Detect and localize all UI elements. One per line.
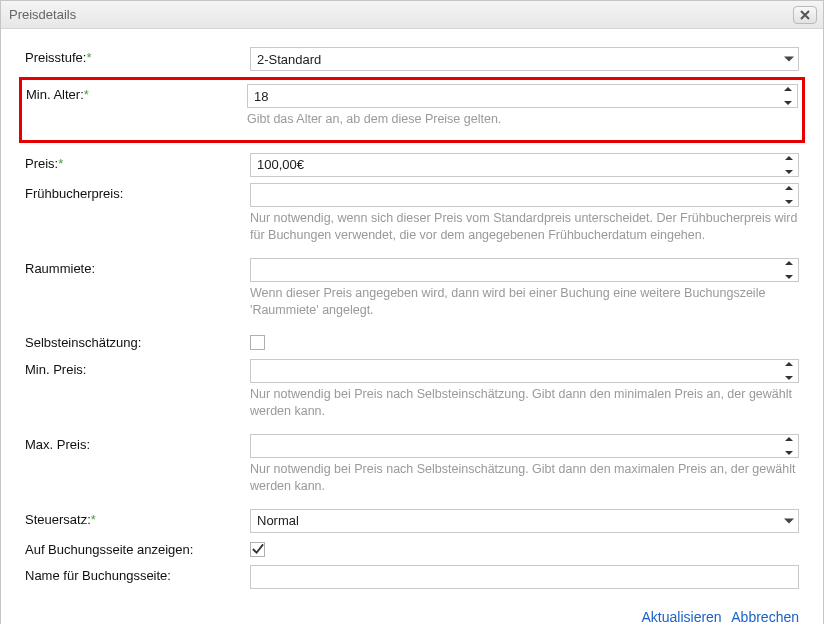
max-preis-spinner[interactable] — [250, 434, 799, 458]
spin-up-icon[interactable] — [784, 87, 792, 91]
check-icon — [251, 542, 264, 556]
preisstufe-select[interactable]: 2-Standard — [250, 47, 799, 71]
row-fruehbucherpreis: Frühbucherpreis: Nur notwendig, wenn sic… — [25, 183, 799, 252]
dialog-footer: Aktualisieren Abbrechen — [1, 605, 823, 624]
update-link[interactable]: Aktualisieren — [642, 609, 722, 624]
row-preis: Preis:* 100,00€ — [25, 153, 799, 177]
spin-up-icon[interactable] — [785, 186, 793, 190]
help-min-preis: Nur notwendig bei Preis nach Selbsteinsc… — [250, 386, 799, 420]
help-fruehbucherpreis: Nur notwendig, wenn sich dieser Preis vo… — [250, 210, 799, 244]
label-max-preis: Max. Preis: — [25, 434, 250, 452]
chevron-down-icon — [784, 57, 794, 62]
row-preisstufe: Preisstufe:* 2-Standard — [25, 47, 799, 71]
row-max-preis: Max. Preis: Nur notwendig bei Preis nach… — [25, 434, 799, 503]
dialog-titlebar: Preisdetails — [1, 1, 823, 29]
spin-down-icon[interactable] — [785, 376, 793, 380]
label-min-alter: Min. Alter:* — [26, 84, 247, 102]
min-alter-spinner[interactable]: 18 — [247, 84, 798, 108]
label-preis: Preis:* — [25, 153, 250, 171]
spin-down-icon[interactable] — [785, 200, 793, 204]
help-min-alter: Gibt das Alter an, ab dem diese Preise g… — [247, 111, 798, 128]
dialog-title: Preisdetails — [9, 7, 76, 22]
name-buchungsseite-input-wrap — [250, 565, 799, 589]
label-selbsteinschaetzung: Selbsteinschätzung: — [25, 332, 250, 350]
spin-down-icon[interactable] — [785, 170, 793, 174]
label-min-preis: Min. Preis: — [25, 359, 250, 377]
row-steuersatz: Steuersatz:* Normal — [25, 509, 799, 533]
raummiete-spinner[interactable] — [250, 258, 799, 282]
spin-up-icon[interactable] — [785, 156, 793, 160]
spin-up-icon[interactable] — [785, 437, 793, 441]
help-raummiete: Wenn dieser Preis angegeben wird, dann w… — [250, 285, 799, 319]
cancel-link[interactable]: Abbrechen — [731, 609, 799, 624]
auf-buchungsseite-checkbox[interactable] — [250, 542, 265, 557]
selbsteinschaetzung-checkbox[interactable] — [250, 335, 265, 350]
label-name-buchungsseite: Name für Buchungsseite: — [25, 565, 250, 583]
help-max-preis: Nur notwendig bei Preis nach Selbsteinsc… — [250, 461, 799, 495]
spin-down-icon[interactable] — [785, 275, 793, 279]
row-selbsteinschaetzung: Selbsteinschätzung: — [25, 332, 799, 353]
spin-up-icon[interactable] — [785, 261, 793, 265]
spin-down-icon[interactable] — [785, 451, 793, 455]
row-auf-buchungsseite: Auf Buchungsseite anzeigen: — [25, 539, 799, 560]
label-steuersatz: Steuersatz:* — [25, 509, 250, 527]
row-min-alter: Min. Alter:* 18 Gibt das Alter an, ab de… — [26, 84, 798, 136]
spin-down-icon[interactable] — [784, 101, 792, 105]
close-button[interactable] — [793, 6, 817, 24]
preis-spinner[interactable]: 100,00€ — [250, 153, 799, 177]
price-details-dialog: Preisdetails Preisstufe:* 2-Standard Min… — [0, 0, 824, 624]
chevron-down-icon — [784, 518, 794, 523]
label-auf-buchungsseite: Auf Buchungsseite anzeigen: — [25, 539, 250, 557]
steuersatz-select[interactable]: Normal — [250, 509, 799, 533]
min-preis-spinner[interactable] — [250, 359, 799, 383]
row-raummiete: Raummiete: Wenn dieser Preis angegeben w… — [25, 258, 799, 327]
row-name-buchungsseite: Name für Buchungsseite: — [25, 565, 799, 589]
dialog-body: Preisstufe:* 2-Standard Min. Alter:* 18 — [1, 29, 823, 605]
label-preisstufe: Preisstufe:* — [25, 47, 250, 65]
name-buchungsseite-input[interactable] — [251, 566, 798, 588]
highlight-min-alter: Min. Alter:* 18 Gibt das Alter an, ab de… — [19, 77, 805, 143]
label-raummiete: Raummiete: — [25, 258, 250, 276]
spin-up-icon[interactable] — [785, 362, 793, 366]
close-icon — [800, 10, 810, 20]
fruehbucherpreis-spinner[interactable] — [250, 183, 799, 207]
label-fruehbucherpreis: Frühbucherpreis: — [25, 183, 250, 201]
row-min-preis: Min. Preis: Nur notwendig bei Preis nach… — [25, 359, 799, 428]
